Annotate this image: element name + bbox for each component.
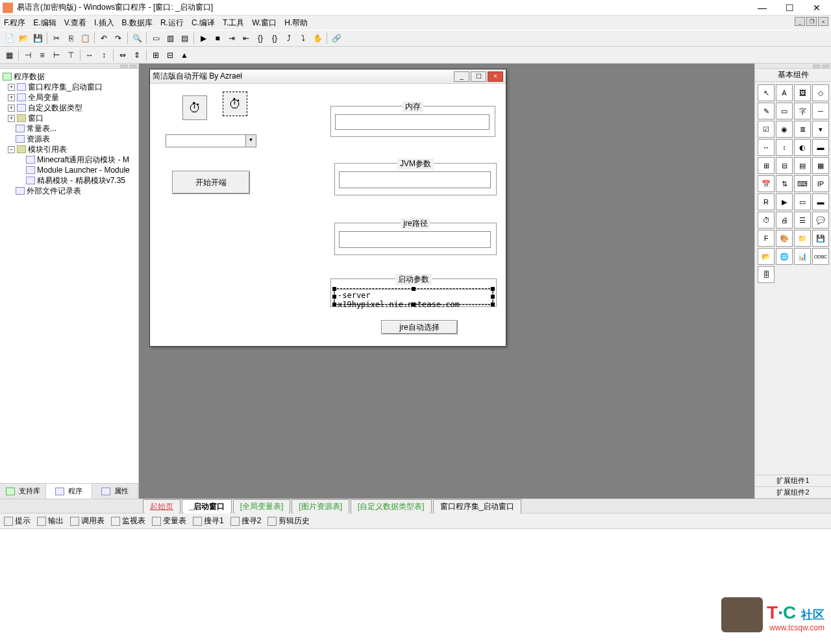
db-tool-icon[interactable]: 🗄 bbox=[758, 266, 775, 283]
resize-handle[interactable] bbox=[491, 295, 495, 299]
form-designer[interactable]: 简洁版自动开端 By Azrael _ ☐ × ⏱ ⏱ ▼ 开始开端 bbox=[149, 69, 506, 347]
same-height-icon[interactable]: ↕ bbox=[97, 49, 110, 62]
same-width-icon[interactable]: ↔ bbox=[83, 49, 96, 62]
tab-output[interactable]: 输出 bbox=[37, 515, 64, 526]
jvm-input[interactable] bbox=[339, 171, 491, 188]
save-tool-icon[interactable]: 💾 bbox=[812, 230, 829, 247]
listview-tool-icon[interactable]: ▤ bbox=[794, 157, 811, 174]
jre-groupbox[interactable]: jre路径 bbox=[334, 223, 497, 255]
find-icon[interactable]: 🔍 bbox=[130, 32, 143, 45]
shape-tool-icon[interactable]: ◇ bbox=[812, 84, 829, 101]
text-tool-icon[interactable]: 字 bbox=[794, 103, 811, 119]
form-close-button[interactable]: × bbox=[488, 71, 503, 82]
resize-handle[interactable] bbox=[491, 303, 495, 306]
tree-module-launcher[interactable]: Module Launcher - Module bbox=[37, 166, 130, 175]
grid-tool-icon[interactable]: ▦ bbox=[812, 157, 829, 174]
browse-tool-icon[interactable]: 📂 bbox=[758, 248, 775, 265]
hand-icon[interactable]: ✋ bbox=[311, 32, 324, 45]
resize-handle[interactable] bbox=[332, 295, 336, 299]
tree-item-custom[interactable]: 自定义数据类型 bbox=[28, 103, 82, 114]
animate-tool-icon[interactable]: ▶ bbox=[776, 193, 793, 210]
form-minimize-button[interactable]: _ bbox=[454, 71, 469, 82]
tree-item-const[interactable]: 常量表... bbox=[27, 123, 56, 134]
open-icon[interactable]: 📂 bbox=[17, 32, 30, 45]
tree-item-window[interactable]: 窗口 bbox=[28, 113, 43, 124]
redo-icon[interactable]: ↷ bbox=[112, 32, 125, 45]
tree-item-modules[interactable]: 模块引用表 bbox=[28, 144, 67, 155]
tree-toggle-icon[interactable]: + bbox=[8, 84, 15, 91]
resize-handle[interactable] bbox=[491, 287, 495, 291]
copy-icon[interactable]: ⎘ bbox=[64, 32, 77, 45]
vscroll-tool-icon[interactable]: ↕ bbox=[776, 139, 793, 156]
minimize-button[interactable]: — bbox=[754, 0, 770, 16]
tree-item-res[interactable]: 资源表 bbox=[27, 134, 50, 145]
mdi-minimize-button[interactable]: _ bbox=[795, 17, 805, 26]
spin-tool-icon[interactable]: ⇅ bbox=[776, 175, 793, 192]
tab-clipboard[interactable]: 剪辑历史 bbox=[267, 515, 310, 526]
ip-tool-icon[interactable]: IP bbox=[812, 175, 829, 192]
maximize-button[interactable]: ☐ bbox=[782, 0, 797, 16]
resize-handle[interactable] bbox=[412, 303, 416, 306]
dialog-tool-icon[interactable]: 💬 bbox=[812, 212, 829, 229]
jre-input[interactable] bbox=[339, 231, 491, 248]
font-tool-icon[interactable]: F bbox=[758, 230, 775, 247]
layout2-icon[interactable]: ▥ bbox=[164, 32, 177, 45]
center-h-icon[interactable]: ⊞ bbox=[149, 49, 162, 62]
net-tool-icon[interactable]: 🌐 bbox=[776, 248, 793, 265]
tree-toggle-icon[interactable]: − bbox=[8, 146, 15, 153]
layout3-icon[interactable]: ▤ bbox=[178, 32, 191, 45]
palette-ext2[interactable]: 扩展组件2 bbox=[755, 487, 831, 499]
edit-tool-icon[interactable]: ✎ bbox=[758, 103, 775, 119]
step6-icon[interactable]: ⤵ bbox=[297, 32, 310, 45]
layout1-icon[interactable]: ▭ bbox=[149, 32, 162, 45]
tree-root[interactable]: 程序数据 bbox=[14, 71, 45, 82]
file-tool-icon[interactable]: 📁 bbox=[794, 230, 811, 247]
tab-start-page[interactable]: 起始页 bbox=[143, 499, 180, 514]
tab-search2[interactable]: 搜寻2 bbox=[230, 515, 262, 526]
palette-ext1[interactable]: 扩展组件1 bbox=[755, 475, 831, 487]
tab-properties[interactable]: 属性 bbox=[92, 484, 138, 499]
tree-toggle-icon[interactable]: + bbox=[8, 105, 15, 112]
label-tool-icon[interactable]: A bbox=[776, 84, 793, 101]
panel-pin-icon[interactable] bbox=[813, 64, 821, 68]
tab-winset[interactable]: 窗口程序集_启动窗口 bbox=[433, 499, 522, 514]
step5-icon[interactable]: ⤴ bbox=[282, 32, 295, 45]
save-icon[interactable]: 💾 bbox=[31, 32, 44, 45]
paste-icon[interactable]: 📋 bbox=[79, 32, 92, 45]
radio-tool-icon[interactable]: ◉ bbox=[776, 121, 793, 138]
start-button[interactable]: 开始开端 bbox=[172, 171, 250, 194]
menu-tool-icon[interactable]: ☰ bbox=[794, 212, 811, 229]
cut-icon[interactable]: ✂ bbox=[50, 32, 63, 45]
tab-tip[interactable]: 提示 bbox=[4, 515, 31, 526]
tab-image-res[interactable]: [图片资源表] bbox=[291, 499, 349, 514]
menu-help[interactable]: H.帮助 bbox=[284, 18, 308, 29]
panel-close-icon[interactable] bbox=[822, 64, 830, 68]
new-icon[interactable]: 📄 bbox=[3, 32, 16, 45]
listbox-tool-icon[interactable]: ≣ bbox=[794, 121, 811, 138]
tab-program[interactable]: 程序 bbox=[46, 484, 92, 499]
link-icon[interactable]: 🔗 bbox=[330, 32, 343, 45]
picture-tool-icon[interactable]: 🖼 bbox=[794, 84, 811, 101]
tab-calltable[interactable]: 调用表 bbox=[70, 515, 105, 526]
memory-groupbox[interactable]: 内存 bbox=[330, 106, 495, 137]
close-button[interactable]: ✕ bbox=[809, 0, 825, 16]
tree-toggle-icon[interactable]: + bbox=[8, 115, 15, 122]
combobox-control[interactable]: ▼ bbox=[166, 134, 256, 147]
center-v-icon[interactable]: ⊟ bbox=[164, 49, 177, 62]
align-center-icon[interactable]: ≡ bbox=[36, 49, 49, 62]
hotkey-tool-icon[interactable]: ⌨ bbox=[794, 175, 811, 192]
step3-icon[interactable]: {} bbox=[254, 32, 267, 45]
hspace-icon[interactable]: ⇔ bbox=[116, 49, 129, 62]
align-top-icon[interactable]: ⊤ bbox=[64, 49, 77, 62]
run-icon[interactable]: ▶ bbox=[197, 32, 210, 45]
chevron-down-icon[interactable]: ▼ bbox=[245, 135, 256, 147]
designer-area[interactable]: 简洁版自动开端 By Azrael _ ☐ × ⏱ ⏱ ▼ 开始开端 bbox=[139, 64, 754, 499]
jre-auto-button[interactable]: jre自动选择 bbox=[381, 320, 458, 334]
menu-run[interactable]: R.运行 bbox=[160, 18, 184, 29]
form-canvas[interactable]: ⏱ ⏱ ▼ 开始开端 内存 JVM参数 bbox=[150, 84, 506, 346]
mdi-restore-button[interactable]: ❐ bbox=[806, 17, 817, 26]
tree-item-ext[interactable]: 外部文件记录表 bbox=[27, 186, 81, 197]
output-area[interactable]: T·C 社区 www.tcsqw.com bbox=[0, 528, 831, 639]
step2-icon[interactable]: ⇤ bbox=[240, 32, 253, 45]
tree-item-winset[interactable]: 窗口程序集_启动窗口 bbox=[28, 82, 103, 93]
